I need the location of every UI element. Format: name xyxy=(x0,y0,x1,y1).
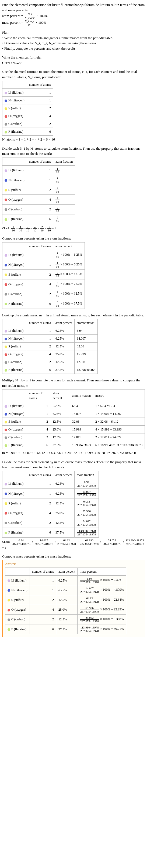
element-dot-icon xyxy=(7,628,10,631)
fraction: 416 xyxy=(56,281,60,287)
fraction: 24.022287.075418978 xyxy=(80,616,99,623)
table-row: C (carbon)212.5%12.011 xyxy=(2,358,98,366)
element-dot-icon xyxy=(5,436,7,439)
fraction: 216 xyxy=(40,225,44,232)
table-row: C (carbon)2 xyxy=(2,120,53,128)
mass-mul: Multiply N_i by m_i to compute the mass … xyxy=(2,378,145,456)
atomfrac-check: Check: 116 + 116 + 216 + 416 + 216 + 616… xyxy=(2,225,145,232)
n-cell: 1 xyxy=(27,97,53,104)
fraction: 113.990418978287.075418978 xyxy=(80,626,99,632)
answer-box: Answer: number of atomsatom percentmass … xyxy=(2,560,145,637)
element-dot-icon xyxy=(5,115,7,118)
element-dot-icon xyxy=(5,483,7,486)
frac-mass: N_i m_im xyxy=(24,20,34,26)
element-cell: F (fluorine) xyxy=(5,624,30,634)
fraction: 63.996287.075418978 xyxy=(80,607,99,613)
element-dot-icon xyxy=(5,345,7,348)
table-row: F (fluorine)637.5%113.990418978287.07541… xyxy=(5,624,126,634)
table-atomicmass: number of atomsatom percentatomic mass/u… xyxy=(2,319,98,374)
atom-percents: Compute atom percents using the atom fra… xyxy=(2,236,145,309)
atom-fractions: Divide each N_i by N_atoms to calculate … xyxy=(2,146,145,232)
n-cell: 6 xyxy=(27,128,53,136)
table-row: O (oxygen)425.0%15.9994 × 15.999 = 63.99… xyxy=(2,426,145,433)
element-dot-icon xyxy=(5,429,7,431)
element-cell: S (sulfur) xyxy=(5,595,30,605)
fraction: 24.022287.075418978 xyxy=(102,539,122,546)
element-cell: N (nitrogen) xyxy=(2,335,27,343)
fraction: 113.990418978287.075418978 xyxy=(77,529,97,536)
element-cell: S (sulfur) xyxy=(2,343,27,350)
element-dot-icon xyxy=(5,218,7,221)
element-cell: C (carbon) xyxy=(2,433,27,441)
mass-percent-formula: mass percent = N_i m_im × 100% xyxy=(2,20,145,26)
table-row: Li (lithium)1116 xyxy=(2,165,75,175)
element-dot-icon xyxy=(5,405,7,408)
element-dot-icon xyxy=(5,338,7,340)
mass-fractions: Divide the mass for each element by m to… xyxy=(2,459,145,550)
atom-pct-heading: Compute atom percents using the atom fra… xyxy=(2,236,145,241)
element-dot-icon xyxy=(5,361,7,364)
table-count: number of atoms Li (lithium)1N (nitrogen… xyxy=(2,81,53,136)
element-dot-icon xyxy=(5,493,7,495)
fraction: 216 xyxy=(56,206,60,213)
intro-title: Find the elemental composition for bis(t… xyxy=(2,2,145,13)
plan-b3: • Finally, compute the percents and chec… xyxy=(2,46,145,51)
element-dot-icon xyxy=(5,532,7,534)
natoms-total: N_atoms = 1 + 1 + 2 + 4 + 2 + 6 = 16 xyxy=(2,137,145,142)
element-dot-icon xyxy=(5,123,7,126)
element-cell: F (fluorine) xyxy=(2,128,27,136)
table-row: number of atomsatom percent xyxy=(2,242,85,250)
fraction: 63.996287.075418978 xyxy=(79,539,99,546)
element-dot-icon xyxy=(5,353,7,356)
fraction: 616 xyxy=(56,301,60,307)
table-row: S (sulfur)2216 × 100% = 12.5% xyxy=(2,270,85,279)
element-dot-icon xyxy=(5,107,7,110)
table-row: C (carbon)212.5%24.022287.075418978 × 10… xyxy=(5,615,126,624)
fraction: 24.022287.075418978 xyxy=(77,520,97,526)
element-cell: C (carbon) xyxy=(2,518,27,528)
table-row: number of atomsatom fraction xyxy=(2,157,75,165)
answer-label: Answer: xyxy=(5,562,143,566)
table-row: N (nitrogen)16.25%14.0071 × 14.007 = 14.… xyxy=(2,410,145,418)
element-cell: S (sulfur) xyxy=(2,185,27,195)
element-cell: C (carbon) xyxy=(2,205,27,214)
element-dot-icon xyxy=(5,522,7,524)
element-cell: S (sulfur) xyxy=(2,104,27,112)
mass-pct-heading: Compute mass percents using the mass fra… xyxy=(2,554,145,559)
write-formula: Write the chemical formula: C₂F₆LiNO₄S₂ xyxy=(2,55,145,65)
table-row: F (fluorine)637.5%18.9984031636 × 18.998… xyxy=(2,441,145,449)
element-dot-icon xyxy=(7,619,10,621)
chemical-formula: C₂F₆LiNO₄S₂ xyxy=(2,60,145,66)
fraction: 116 xyxy=(56,252,60,258)
table-row: C (carbon)212.5%24.022287.075418978 xyxy=(2,518,99,528)
table-row: F (fluorine)637.5%113.990418978287.07541… xyxy=(2,528,99,537)
element-dot-icon xyxy=(5,330,7,333)
element-dot-icon xyxy=(5,369,7,372)
element-dot-icon xyxy=(5,99,7,102)
table-row: N (nitrogen)16.25%14.007287.075418978 xyxy=(2,489,99,498)
fraction: 216 xyxy=(26,225,30,232)
element-cell: Li (lithium) xyxy=(2,402,27,410)
table-row: S (sulfur)212.5%64.12287.075418978 xyxy=(2,498,99,508)
plan-b2: • Determine values for N_i, m_i, N_atoms… xyxy=(2,40,145,46)
table-row: S (sulfur)212.5%64.12287.075418978 × 100… xyxy=(5,595,126,605)
element-cell: O (oxygen) xyxy=(2,279,27,289)
n-cell: 4 xyxy=(27,112,53,120)
fraction: 116 xyxy=(56,167,60,174)
element-dot-icon xyxy=(5,254,7,257)
fraction: 216 xyxy=(56,271,60,278)
fraction: 14.007287.075418978 xyxy=(34,539,53,546)
element-cell: N (nitrogen) xyxy=(5,585,30,595)
mass-percents: Compute mass percents using the mass fra… xyxy=(2,554,145,637)
fraction: 116 xyxy=(19,225,23,232)
table-atompct: number of atomsatom percent Li (lithium)… xyxy=(2,242,85,309)
element-cell: C (carbon) xyxy=(2,120,27,128)
atom-percent-formula: atom percent = N_iN_atoms × 100% xyxy=(2,13,145,20)
fraction: 216 xyxy=(56,290,60,297)
element-cell: F (fluorine) xyxy=(2,214,27,224)
table-row: Li (lithium)1116 × 100% = 6.25% xyxy=(2,250,85,260)
table-row: N (nitrogen)16.25%14.007287.075418978 × … xyxy=(5,585,126,595)
massfrac-check: Check: 6.94287.075418978 + 14.007287.075… xyxy=(2,539,145,550)
table-row: F (fluorine)6616 xyxy=(2,214,75,224)
element-dot-icon xyxy=(7,609,10,612)
